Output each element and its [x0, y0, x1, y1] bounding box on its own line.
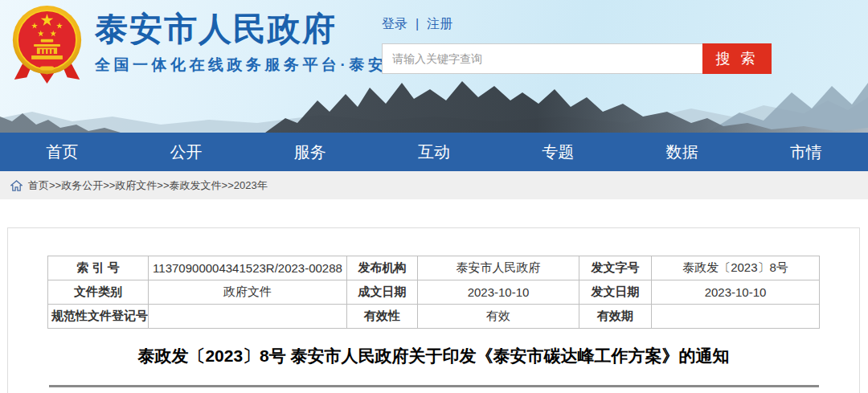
doc-info-value-valid-period: [652, 305, 820, 329]
search-button[interactable]: 搜 索: [702, 43, 772, 74]
doc-info-label-issue-date: 发文日期: [579, 280, 652, 305]
doc-info-row: 索 引 号 11370900004341523R/2023-00288 发布机构…: [48, 256, 820, 280]
doc-info-value-category: 政府文件: [149, 280, 347, 305]
doc-info-value-validity: 有效: [418, 305, 579, 329]
doc-info-value-written-date: 2023-10-10: [418, 280, 579, 305]
doc-info-label-issuing-org: 发布机构: [347, 256, 418, 280]
search-bar: 搜 索: [382, 43, 772, 74]
site-subtitle: 全国一体化在线政务服务平台·泰安: [95, 55, 387, 76]
content-area: 索 引 号 11370900004341523R/2023-00288 发布机构…: [0, 199, 868, 393]
doc-info-label-category: 文件类别: [48, 280, 149, 305]
national-emblem-icon: [8, 2, 86, 84]
doc-info-value-doc-number: 泰政发〔2023〕8号: [652, 256, 820, 280]
doc-info-label-registration-no: 规范性文件登记号: [48, 305, 149, 329]
doc-info-value-registration-no: [149, 305, 347, 329]
search-input[interactable]: [382, 43, 702, 74]
site-header: 泰安市人民政府 全国一体化在线政务服务平台·泰安 登录|注册 搜 索: [0, 0, 868, 133]
site-title: 泰安市人民政府: [95, 8, 387, 50]
nav-item-home[interactable]: 首页: [0, 133, 124, 171]
doc-info-label-index-no: 索 引 号: [48, 256, 149, 280]
doc-info-row: 规范性文件登记号 有效性 有效 有效期: [48, 305, 820, 329]
brand: 泰安市人民政府 全国一体化在线政务服务平台·泰安: [95, 8, 387, 76]
breadcrumb-path[interactable]: 首页>>政务公开>>政府文件>>泰政发文件>>2023年: [28, 178, 268, 193]
nav-item-special-topics[interactable]: 专题: [496, 133, 620, 171]
auth-divider: |: [416, 17, 419, 31]
doc-info-value-issuing-org: 泰安市人民政府: [418, 256, 579, 280]
document-card: 索 引 号 11370900004341523R/2023-00288 发布机构…: [7, 227, 860, 393]
doc-info-table: 索 引 号 11370900004341523R/2023-00288 发布机构…: [47, 256, 820, 329]
nav-item-open-gov[interactable]: 公开: [124, 133, 248, 171]
breadcrumb: 首页>>政务公开>>政府文件>>泰政发文件>>2023年: [0, 171, 868, 199]
auth-links: 登录|注册: [382, 14, 776, 34]
doc-info-value-issue-date: 2023-10-10: [652, 280, 820, 305]
login-link[interactable]: 登录: [382, 17, 407, 31]
nav-item-data[interactable]: 数据: [620, 133, 743, 171]
doc-info-value-index-no: 11370900004341523R/2023-00288: [149, 256, 347, 280]
document-title: 泰政发〔2023〕8号 泰安市人民政府关于印发《泰安市碳达峰工作方案》的通知: [32, 344, 836, 368]
doc-info-label-written-date: 成文日期: [347, 280, 418, 305]
home-icon[interactable]: [10, 180, 23, 191]
doc-info-row: 文件类别 政府文件 成文日期 2023-10-10 发文日期 2023-10-1…: [48, 280, 820, 305]
nav-item-interaction[interactable]: 互动: [372, 133, 496, 171]
doc-info-label-valid-period: 有效期: [579, 305, 652, 329]
mountains-image: [0, 76, 868, 133]
header-right: 登录|注册 搜 索: [382, 14, 776, 74]
nav-item-services[interactable]: 服务: [248, 133, 372, 171]
doc-info-label-validity: 有效性: [347, 305, 418, 329]
doc-info-label-doc-number: 发文字号: [579, 256, 652, 280]
content-divider: [49, 385, 819, 387]
page: 泰安市人民政府 全国一体化在线政务服务平台·泰安 登录|注册 搜 索: [0, 0, 868, 393]
main-nav: 首页 公开 服务 互动 专题 数据 市情: [0, 133, 868, 171]
register-link[interactable]: 注册: [427, 17, 452, 31]
nav-item-city-info[interactable]: 市情: [744, 133, 868, 171]
